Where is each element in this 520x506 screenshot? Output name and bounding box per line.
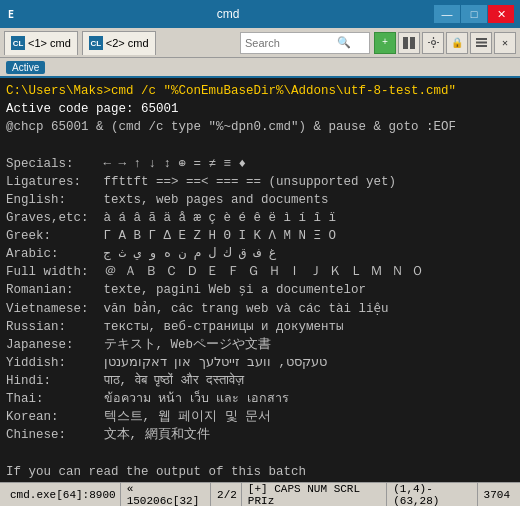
toolbar-buttons: + 🔒 ✕ xyxy=(374,32,516,54)
tab-1-label: <1> cmd xyxy=(28,37,71,49)
status-exe: cmd.exe[64]:8900 xyxy=(6,483,121,506)
svg-rect-3 xyxy=(410,37,415,49)
title-bar: E cmd — □ ✕ xyxy=(0,0,520,28)
search-input[interactable] xyxy=(245,37,335,49)
status-offset: « 150206c[32] xyxy=(123,483,211,506)
tab-1-icon: CL xyxy=(11,36,25,50)
app-icon: E xyxy=(6,6,22,22)
active-badge: Active xyxy=(6,61,45,74)
settings-button[interactable] xyxy=(422,32,444,54)
terminal-line-1: Active code page: 65001 xyxy=(6,100,514,118)
terminal-line-20 xyxy=(6,445,514,463)
terminal-line-4: Specials: ← → ↑ ↓ ↕ ⊕ = ≠ ≡ ♦ xyxy=(6,155,514,173)
status-pos: (1,4)-(63,28) xyxy=(389,483,477,506)
terminal-line-12: Vietnamese: văn bản, các trang web và cá… xyxy=(6,300,514,318)
close-pane-button[interactable]: ✕ xyxy=(494,32,516,54)
terminal-line-18: Korean: 텍스트, 웹 페이지 및 문서 xyxy=(6,408,514,426)
window-title: cmd xyxy=(22,7,434,21)
terminal-line-17: Thai: ข้อความ หน้า เว็บ และ เอกสาร xyxy=(6,390,514,408)
view-icon xyxy=(475,36,488,49)
terminal-line-2: @chcp 65001 & (cmd /c type "%~dpn0.cmd")… xyxy=(6,118,514,136)
search-icon[interactable]: 🔍 xyxy=(337,36,351,49)
terminal-line-9: Arabic: غ ف ق ك ل م ن ه و ي ث ج xyxy=(6,245,514,263)
terminal-line-8: Greek: Γ Α Β Γ Δ Ε Ζ Η Θ Ι Κ Λ Μ Ν Ξ Ο xyxy=(6,227,514,245)
terminal-line-21: If you can read the output of this batch xyxy=(6,463,514,481)
svg-point-4 xyxy=(431,41,435,45)
lock-button[interactable]: 🔒 xyxy=(446,32,468,54)
svg-rect-2 xyxy=(403,37,408,49)
status-flags: [+] CAPS NUM SCRL PRIz xyxy=(244,483,387,506)
status-page: 2/2 xyxy=(213,483,242,506)
status-bar: cmd.exe[64]:8900 « 150206c[32] 2/2 [+] C… xyxy=(0,482,520,506)
terminal-line-10: Full width: ＠ Ａ Ｂ Ｃ Ｄ Ｅ Ｆ Ｇ Ｈ Ｉ Ｊ Ｋ Ｌ Ｍ … xyxy=(6,263,514,281)
settings-icon xyxy=(427,36,440,49)
active-bar: Active xyxy=(0,58,520,78)
split-icon xyxy=(402,36,416,50)
status-code: 3704 xyxy=(480,483,514,506)
terminal-line-16: Hindi: पाठ, वेब पृष्ठों और दस्तावेज़ xyxy=(6,372,514,390)
svg-rect-6 xyxy=(476,42,487,44)
terminal-line-15: Yiddish: טעקסט, וועב זייטלעך און דאקומענ… xyxy=(6,354,514,372)
terminal-line-3 xyxy=(6,136,514,154)
terminal-line-6: English: texts, web pages and documents xyxy=(6,191,514,209)
maximize-button[interactable]: □ xyxy=(461,5,487,23)
terminal-line-7: Graves,etc: à á â ã ä å æ ç è é ê ë ì í … xyxy=(6,209,514,227)
terminal-line-5: Ligatures: ffttft ==> ==< === == (unsupp… xyxy=(6,173,514,191)
terminal-line-14: Japanese: テキスト, Webページや文書 xyxy=(6,336,514,354)
terminal-line-11: Romanian: texte, pagini Web și a documen… xyxy=(6,281,514,299)
search-box[interactable]: 🔍 xyxy=(240,32,370,54)
minimize-button[interactable]: — xyxy=(434,5,460,23)
svg-rect-5 xyxy=(476,38,487,40)
tab-2-label: <2> cmd xyxy=(106,37,149,49)
terminal-content[interactable]: C:\Users\Maks>cmd /c "%ConEmuBaseDir%\Ad… xyxy=(0,78,520,482)
window-controls: — □ ✕ xyxy=(434,5,514,23)
view-button[interactable] xyxy=(470,32,492,54)
terminal-line-19: Chinese: 文本, 網頁和文件 xyxy=(6,426,514,444)
tab-2-cmd[interactable]: CL <2> cmd xyxy=(82,31,156,55)
tab-1-cmd[interactable]: CL <1> cmd xyxy=(4,31,78,55)
terminal-line-0: C:\Users\Maks>cmd /c "%ConEmuBaseDir%\Ad… xyxy=(6,82,514,100)
toolbar: CL <1> cmd CL <2> cmd 🔍 + 🔒 xyxy=(0,28,520,58)
close-button[interactable]: ✕ xyxy=(488,5,514,23)
tab-2-icon: CL xyxy=(89,36,103,50)
add-tab-button[interactable]: + xyxy=(374,32,396,54)
split-button[interactable] xyxy=(398,32,420,54)
terminal-line-13: Russian: тексты, веб-страницы и документ… xyxy=(6,318,514,336)
svg-text:E: E xyxy=(8,9,14,20)
svg-rect-7 xyxy=(476,45,487,47)
